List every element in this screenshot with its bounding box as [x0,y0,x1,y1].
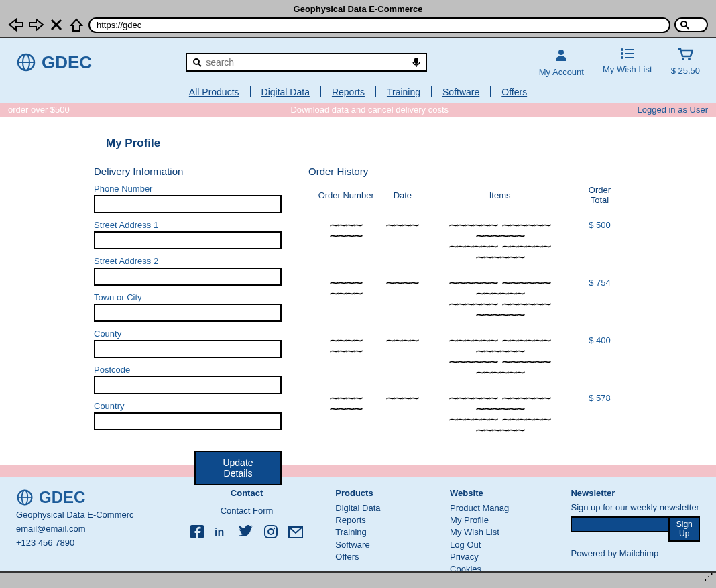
col-date: Date [383,185,421,212]
footer-link[interactable]: Privacy [450,551,546,563]
town-input[interactable] [94,304,282,322]
browser-statusbar: ⋰ [0,571,716,583]
newsletter-input[interactable] [571,516,671,532]
twitter-icon[interactable] [239,525,253,542]
resize-grip-icon[interactable]: ⋰ [704,571,713,582]
postcode-input[interactable] [94,376,282,394]
back-icon[interactable] [8,17,24,33]
country-label: Country [94,401,282,411]
svg-point-8 [558,50,564,55]
user-icon [554,48,569,66]
svg-point-15 [682,58,684,60]
site-logo[interactable]: GDEC [16,52,92,73]
svg-point-11 [621,52,623,55]
date-value: ⁓⁓⁓⁓ [386,336,418,346]
cart-button[interactable]: $ 25.50 [671,48,700,77]
action-label: My Account [539,67,584,77]
list-icon [620,48,635,63]
street1-input[interactable] [94,231,282,249]
contact-form-link[interactable]: Contact Form [182,505,312,517]
svg-point-16 [688,58,691,60]
table-row: ⁓⁓⁓⁓ ⁓⁓⁓⁓⁓⁓⁓⁓⁓⁓⁓⁓⁓⁓ ⁓⁓⁓⁓⁓⁓ ⁓⁓⁓⁓⁓⁓⁓⁓⁓⁓⁓⁓ … [310,386,621,443]
footer-link[interactable]: Reports [335,514,426,526]
nav-software[interactable]: Software [432,86,491,97]
search-input[interactable] [206,57,408,68]
login-status: Logged in as User [637,105,708,115]
order-total-value: $ 754 [579,271,621,327]
order-number-value: ⁓⁓⁓⁓ ⁓⁓⁓⁓ [330,278,362,299]
items-value: ⁓⁓⁓⁓⁓⁓ ⁓⁓⁓⁓⁓⁓ ⁓⁓⁓⁓⁓⁓⁓⁓⁓⁓⁓⁓ ⁓⁓⁓⁓⁓⁓ ⁓⁓⁓⁓⁓⁓ [449,394,550,436]
email-icon[interactable] [288,525,303,542]
phone-input[interactable] [94,195,282,213]
svg-rect-7 [414,58,418,64]
update-details-button[interactable]: Update Details [194,451,282,485]
history-heading: Order History [308,166,622,177]
delivery-form: Delivery Information Phone Number Street… [94,166,282,485]
county-input[interactable] [94,340,282,358]
nav-digital-data[interactable]: Digital Data [251,86,321,97]
footer-link[interactable]: Log Out [450,539,546,551]
home-icon[interactable] [68,17,84,33]
footer-link[interactable]: My Profile [450,514,546,526]
footer-logo[interactable]: GDEC [16,488,158,507]
window-title: Geophysical Data E-Commerce [8,4,708,14]
main-nav: All Products Digital Data Reports Traini… [16,86,700,97]
footer-link[interactable]: Offers [335,551,426,563]
table-row: ⁓⁓⁓⁓ ⁓⁓⁓⁓⁓⁓⁓⁓⁓⁓⁓⁓⁓⁓ ⁓⁓⁓⁓⁓⁓ ⁓⁓⁓⁓⁓⁓⁓⁓⁓⁓⁓⁓ … [310,271,621,327]
mic-icon[interactable] [412,57,420,68]
forward-icon[interactable] [28,17,44,33]
signup-button[interactable]: Sign Up [668,516,700,542]
nav-training[interactable]: Training [376,86,432,97]
footer-link[interactable]: Software [335,539,426,551]
order-number-value: ⁓⁓⁓⁓ ⁓⁓⁓⁓ [330,336,362,357]
svg-point-0 [681,21,687,27]
globe-icon [16,52,36,72]
my-account-button[interactable]: My Account [539,48,584,77]
nav-offers[interactable]: Offers [491,86,538,97]
order-total-value: $ 400 [579,329,621,385]
footer-link[interactable]: Cookies [450,563,546,571]
footer-link[interactable]: Product Manag [450,502,546,514]
newsletter-heading: Newsletter [571,488,700,498]
facebook-icon[interactable] [190,525,204,542]
zoom-control[interactable] [674,17,708,32]
instagram-icon[interactable] [264,525,278,542]
footer-link[interactable]: Digital Data [335,502,426,514]
nav-all-products[interactable]: All Products [178,86,251,97]
linkedin-icon[interactable]: in [215,525,228,542]
main-content: My Profile Delivery Information Phone Nu… [0,117,716,465]
contact-heading: Contact [182,488,312,498]
stop-icon[interactable] [48,17,64,33]
svg-text:in: in [215,526,224,538]
company-full-name: Geophysical Data E-Commerc [16,510,158,520]
globe-icon [16,489,34,506]
svg-rect-12 [625,53,634,54]
svg-rect-14 [625,57,634,58]
wishlist-button[interactable]: My Wish List [603,48,652,77]
browser-chrome: Geophysical Data E-Commerce [0,0,716,38]
svg-rect-10 [625,49,634,50]
street2-input[interactable] [94,268,282,286]
date-value: ⁓⁓⁓⁓ [386,221,418,231]
site-footer: GDEC Geophysical Data E-Commerc email@em… [0,477,716,571]
order-total-value: $ 500 [579,213,621,270]
county-label: County [94,329,282,339]
url-bar[interactable] [88,17,670,33]
svg-point-24 [274,528,275,529]
action-label: My Wish List [603,64,652,74]
company-phone: +123 456 7890 [16,538,158,548]
col-items: Items [422,185,577,212]
search-box[interactable] [186,53,427,72]
table-row: ⁓⁓⁓⁓ ⁓⁓⁓⁓⁓⁓⁓⁓⁓⁓⁓⁓⁓⁓ ⁓⁓⁓⁓⁓⁓ ⁓⁓⁓⁓⁓⁓⁓⁓⁓⁓⁓⁓ … [310,329,621,385]
footer-logo-text: GDEC [39,488,85,507]
col-total: Order Total [579,185,621,212]
cart-icon [677,48,693,64]
order-history: Order History Order Number Date Items Or… [308,166,622,485]
svg-rect-22 [265,526,277,538]
footer-link[interactable]: Training [335,526,426,538]
footer-link[interactable]: My Wish List [450,526,546,538]
nav-reports[interactable]: Reports [321,86,376,97]
street1-label: Street Address 1 [94,220,282,230]
town-label: Town or City [94,292,282,302]
country-input[interactable] [94,412,282,430]
